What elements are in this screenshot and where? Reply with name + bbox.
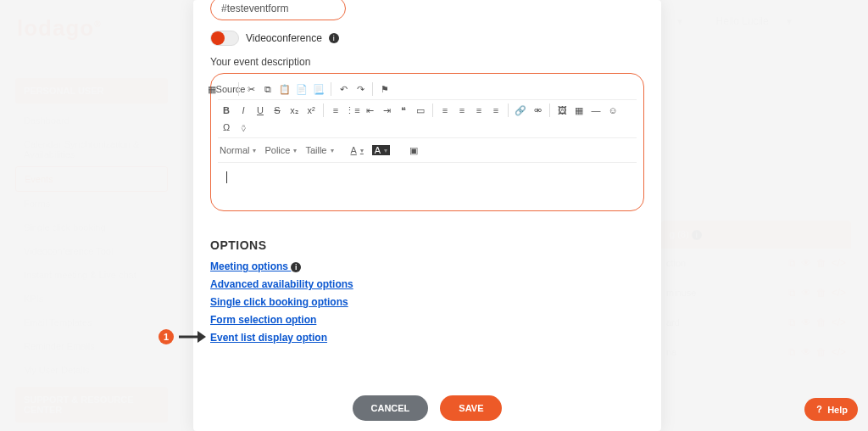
underline-icon[interactable]: U <box>253 104 267 117</box>
paste-word-icon[interactable]: 📃 <box>312 82 326 96</box>
numbered-list-icon[interactable]: ≡ <box>329 104 342 117</box>
meeting-options-link[interactable]: Meeting options i <box>210 260 644 272</box>
editor-content[interactable] <box>218 163 637 210</box>
special-char-icon[interactable]: Ω <box>220 120 233 134</box>
format-dropdown[interactable]: Normal <box>220 145 256 155</box>
emoji-icon[interactable]: ☺ <box>606 104 620 117</box>
editor-toolbar-row2: B I U S x₂ x² ≡ ⋮≡ ⇤ ⇥ ❝ ▭ ≡ ≡ ≡ ≡ 🔗 ⚮ 🖼… <box>218 100 637 138</box>
superscript-icon[interactable]: x² <box>304 104 318 117</box>
unlink-icon[interactable]: ⚮ <box>531 104 544 117</box>
event-settings-modal: #testeventform Videoconference i Your ev… <box>193 0 661 431</box>
info-icon[interactable]: i <box>329 33 339 43</box>
rich-text-editor: ▦ Source ✂ ⧉ 📋 📄 📃 ↶ ↷ ⚑ B I U S x₂ x² ≡… <box>210 73 644 211</box>
videoconference-label: Videoconference <box>246 32 322 44</box>
editor-toolbar-row3: Normal Police Taille A A ▣ <box>218 138 637 163</box>
single-click-booking-link[interactable]: Single click booking options <box>210 296 644 308</box>
arrow-icon <box>177 326 206 348</box>
options-heading: OPTIONS <box>210 238 644 252</box>
strike-icon[interactable]: S <box>270 104 284 117</box>
font-dropdown[interactable]: Police <box>264 145 297 155</box>
italic-icon[interactable]: I <box>236 104 250 117</box>
cancel-button[interactable]: CANCEL <box>353 395 429 421</box>
description-label: Your event description <box>210 56 644 68</box>
help-button[interactable]: ？ Help <box>804 398 858 421</box>
align-justify-icon[interactable]: ≡ <box>489 104 503 117</box>
bullet-list-icon[interactable]: ⋮≡ <box>346 104 359 117</box>
bg-color-picker[interactable]: A <box>372 145 390 155</box>
table-icon[interactable]: ▦ <box>572 104 586 117</box>
event-hashtag-input[interactable]: #testeventform <box>210 0 346 20</box>
paste-icon[interactable]: 📋 <box>278 82 292 96</box>
videoconference-toggle[interactable] <box>210 31 239 46</box>
modal-footer: CANCEL SAVE <box>193 395 661 421</box>
bold-icon[interactable]: B <box>220 104 233 117</box>
advanced-availability-link[interactable]: Advanced availability options <box>210 278 644 290</box>
paste-text-icon[interactable]: 📄 <box>295 82 309 96</box>
svg-marker-1 <box>198 331 206 343</box>
subscript-icon[interactable]: x₂ <box>287 104 301 117</box>
hr-icon[interactable]: — <box>589 104 603 117</box>
link-icon[interactable]: 🔗 <box>514 104 527 117</box>
flag-icon[interactable]: ⚑ <box>378 82 392 96</box>
form-selection-link[interactable]: Form selection option <box>210 314 644 326</box>
info-icon: i <box>291 262 301 272</box>
size-dropdown[interactable]: Taille <box>305 145 333 155</box>
undo-icon[interactable]: ↶ <box>337 82 350 96</box>
redo-icon[interactable]: ↷ <box>353 82 367 96</box>
image-icon[interactable]: 🖼 <box>555 104 569 117</box>
page-break-icon[interactable]: ⎀ <box>236 120 250 134</box>
source-button[interactable]: ▦ Source <box>220 82 233 96</box>
align-center-icon[interactable]: ≡ <box>455 104 469 117</box>
editor-toolbar-row1: ▦ Source ✂ ⧉ 📋 📄 📃 ↶ ↷ ⚑ <box>218 79 637 100</box>
copy-icon[interactable]: ⧉ <box>261 82 275 96</box>
event-list-display-link[interactable]: Event list display option <box>210 332 644 344</box>
cut-icon[interactable]: ✂ <box>244 82 258 96</box>
text-color-picker[interactable]: A <box>351 145 364 155</box>
align-right-icon[interactable]: ≡ <box>472 104 486 117</box>
blockquote-icon[interactable]: ❝ <box>397 104 410 117</box>
maximize-icon[interactable]: ▣ <box>407 143 420 157</box>
align-left-icon[interactable]: ≡ <box>438 104 452 117</box>
save-button[interactable]: SAVE <box>440 395 502 421</box>
div-icon[interactable]: ▭ <box>414 104 427 117</box>
indent-icon[interactable]: ⇥ <box>380 104 393 117</box>
outdent-icon[interactable]: ⇤ <box>363 104 376 117</box>
callout-badge-1: 1 <box>159 329 174 344</box>
